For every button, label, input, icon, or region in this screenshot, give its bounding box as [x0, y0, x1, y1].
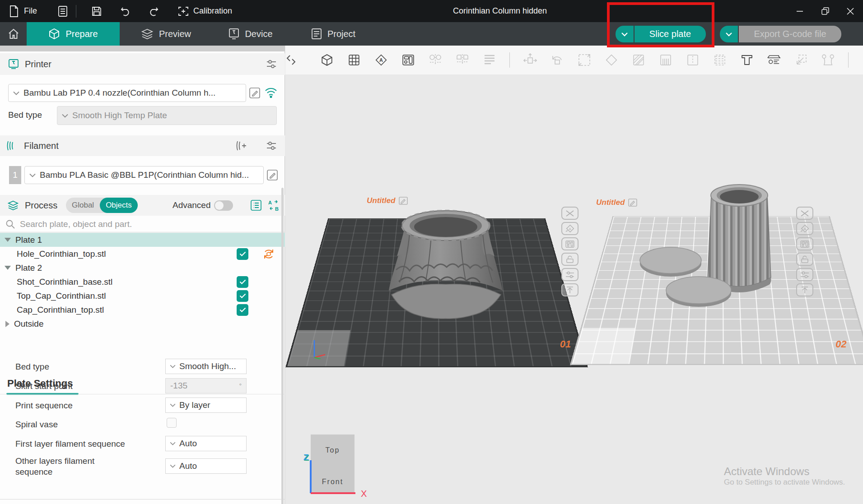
advanced-toggle[interactable]: [214, 200, 233, 211]
other-layers-sequence-select[interactable]: Auto: [165, 458, 247, 474]
support-painting-icon[interactable]: [713, 53, 727, 67]
tree-row-object[interactable]: Hole_Corinthian_top.stl: [0, 247, 285, 261]
variable-layer-height-icon[interactable]: [482, 53, 496, 67]
slice-plate-button[interactable]: Slice plate: [634, 26, 706, 42]
mesh-boolean-icon[interactable]: [794, 53, 808, 67]
filament-slot-badge[interactable]: 1: [9, 166, 21, 184]
file-menu[interactable]: File: [8, 5, 37, 17]
collapse-triangle-icon[interactable]: [5, 238, 11, 242]
assembly-icon[interactable]: [821, 53, 835, 67]
save-icon[interactable]: [91, 5, 103, 17]
collapse-triangle-icon[interactable]: [5, 266, 11, 270]
filament-preset-select[interactable]: Bambu PLA Basic @BBL P1P(Corinthian Colu…: [24, 166, 264, 184]
slice-options-dropdown[interactable]: [616, 26, 634, 42]
text-tool-icon[interactable]: [740, 53, 754, 67]
export-options-dropdown[interactable]: [720, 26, 738, 42]
rename-plate-icon[interactable]: [628, 199, 637, 207]
arrange-plate-icon[interactable]: [796, 237, 813, 250]
restore-button[interactable]: [812, 0, 838, 22]
minimize-button[interactable]: [787, 0, 812, 22]
plate-settings-icon[interactable]: [561, 268, 578, 281]
tree-row-outside[interactable]: Outside: [0, 317, 285, 331]
printer-preset-select[interactable]: Bambu Lab P1P 0.4 nozzle(Corinthian Colu…: [8, 84, 246, 102]
wifi-icon[interactable]: [265, 87, 277, 98]
sidebar-scrollbar[interactable]: [281, 188, 284, 504]
viewport-3d[interactable]: Untitled Untitled 01 02 A: [285, 74, 863, 504]
printer-settings-icon[interactable]: [266, 59, 277, 69]
edit-filament-icon[interactable]: [266, 169, 278, 181]
tree-row-plate-1[interactable]: Plate 1: [0, 233, 285, 247]
first-layer-sequence-select[interactable]: Auto: [165, 436, 247, 451]
tab-preview[interactable]: Preview: [120, 22, 212, 46]
move-icon[interactable]: [523, 53, 537, 67]
auto-orient-icon[interactable]: A: [374, 53, 388, 67]
object-visible-checkbox[interactable]: [237, 304, 248, 316]
color-painting-icon[interactable]: [658, 53, 672, 67]
tree-row-object[interactable]: Shot_Corinthian_base.stl: [0, 275, 285, 289]
home-button[interactable]: [0, 22, 27, 46]
tree-row-object[interactable]: Top_Cap_Corinthian.stl: [0, 289, 285, 303]
arrange-icon[interactable]: [401, 53, 415, 67]
spiral-vase-checkbox[interactable]: [167, 418, 177, 428]
tab-device[interactable]: Device: [212, 22, 289, 46]
rename-plate-icon[interactable]: [399, 197, 408, 205]
filament-settings-icon[interactable]: [266, 141, 277, 151]
tab-prepare[interactable]: Prepare: [27, 22, 120, 46]
plate-2-name[interactable]: Untitled: [596, 198, 637, 207]
send-plate-front-icon[interactable]: [561, 283, 578, 296]
disc-models[interactable]: [626, 242, 744, 314]
print-sequence-select[interactable]: By layer: [165, 398, 247, 413]
rotate-icon[interactable]: [550, 53, 564, 67]
lay-flat-icon[interactable]: [604, 53, 618, 67]
arrange-plate-icon[interactable]: [561, 237, 578, 250]
tree-row-plate-2[interactable]: Plate 2: [0, 261, 285, 275]
skirt-start-point-input[interactable]: -135 °: [165, 378, 247, 393]
search-bar[interactable]: Search plate, object and part.: [0, 217, 285, 232]
parameter-list-icon[interactable]: [250, 199, 262, 211]
redo-icon[interactable]: [148, 5, 159, 17]
seam-painting-icon[interactable]: [686, 53, 700, 67]
auto-orient-plate-icon[interactable]: A: [796, 222, 813, 235]
compare-presets-icon[interactable]: A B: [267, 199, 280, 212]
tree-row-object[interactable]: Cap_Corinthian_top.stl: [0, 303, 285, 317]
cut-icon[interactable]: [631, 53, 645, 67]
split-to-parts-icon[interactable]: [455, 53, 469, 67]
lock-plate-icon[interactable]: [796, 253, 813, 266]
auto-orient-plate-icon[interactable]: A: [561, 222, 578, 235]
object-visible-checkbox[interactable]: [237, 290, 248, 302]
plate-settings-icon[interactable]: [796, 268, 813, 281]
scope-global-option[interactable]: Global: [66, 198, 100, 213]
tab-project[interactable]: Project: [289, 22, 378, 46]
object-visible-checkbox[interactable]: [237, 276, 248, 288]
lock-plate-icon[interactable]: [561, 253, 578, 266]
notes-icon[interactable]: [57, 5, 69, 17]
sidebar-collapse-button[interactable]: [285, 46, 297, 74]
measure-tool-icon[interactable]: [767, 53, 781, 67]
add-plate-icon[interactable]: [347, 53, 361, 67]
reslice-needed-icon[interactable]: [262, 248, 275, 260]
send-plate-front-icon[interactable]: [796, 283, 813, 296]
delete-plate-icon[interactable]: [561, 207, 578, 220]
degree-unit: °: [239, 382, 242, 389]
orientation-gizmo[interactable]: Top Front: [311, 435, 355, 494]
svg-text:A: A: [379, 57, 383, 63]
corinthian-capital-model[interactable]: [383, 202, 509, 324]
scope-objects-option[interactable]: Objects: [100, 198, 138, 213]
gizmo-front-face[interactable]: Front: [311, 478, 355, 486]
bed-type-select[interactable]: Smooth High Temp Plate: [57, 106, 277, 125]
scale-icon[interactable]: [577, 53, 591, 67]
expand-triangle-icon[interactable]: [5, 321, 9, 327]
add-object-icon[interactable]: [320, 53, 334, 67]
export-gcode-button[interactable]: Export G-code file: [739, 26, 841, 42]
bed-type-plate-select[interactable]: Smooth High...: [165, 359, 247, 374]
edit-printer-icon[interactable]: [249, 87, 261, 99]
object-visible-checkbox[interactable]: [237, 248, 248, 260]
add-filament-icon[interactable]: [235, 140, 247, 152]
calibration-menu[interactable]: Calibration: [177, 5, 232, 17]
close-button[interactable]: [838, 0, 863, 22]
delete-plate-icon[interactable]: [796, 207, 813, 220]
split-to-objects-icon[interactable]: [428, 53, 442, 67]
gizmo-top-face[interactable]: Top: [311, 446, 355, 454]
plate-1-name[interactable]: Untitled: [367, 196, 408, 205]
undo-icon[interactable]: [120, 5, 131, 17]
